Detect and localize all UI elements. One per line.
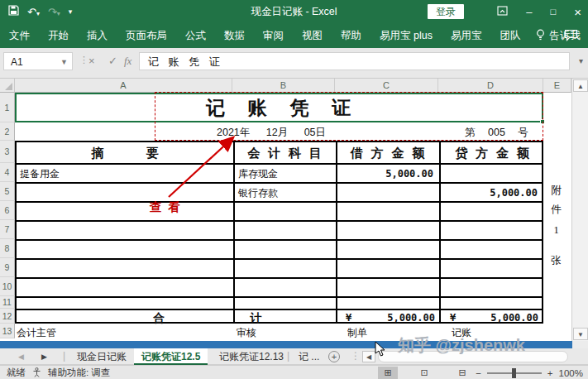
zoom-slider[interactable] [487,372,542,374]
worksheet: A B C D E 1 2 3 4 5 6 7 8 9 10 11 12 13 … [0,79,588,341]
close-button[interactable]: × [574,5,581,19]
cancel-entry-icon[interactable]: × [88,52,95,70]
cell-account-1[interactable]: 库存现金 [238,166,278,183]
table-border [17,220,542,222]
total-debit-cell[interactable]: ¥ 5,000.00 [346,309,435,327]
formula-bar: A1 ▼ ⋮ × ✓ fx 记 账 凭 证 ▾ [0,48,588,79]
total-label[interactable]: 合 计 [153,309,262,327]
table-border [17,277,542,279]
attachment-char-3: 张 [543,254,569,268]
sheet-nav-next-icon[interactable]: ▶ [41,353,47,361]
sheet-tab-voucher-12-13[interactable]: 记账凭证12.13 [212,348,291,365]
vertical-scrollbar[interactable]: ▲ ▼ [571,79,588,341]
tab-home[interactable]: 开始 [39,23,78,48]
insert-function-icon[interactable]: fx [124,52,131,70]
cell-summary-1[interactable]: 提备用金 [20,166,60,183]
row-header-12[interactable]: 12 [0,309,15,324]
column-header-a[interactable]: A [15,79,232,93]
signature-manager[interactable]: 会计主管 [17,326,56,340]
tab-view[interactable]: 视图 [293,23,332,48]
name-box[interactable]: A1 ▼ [3,52,73,70]
sheet-tab-voucher-12-5[interactable]: 记账凭证12.5 [134,348,208,365]
accessibility-status[interactable]: 辅助功能: 调查 [48,367,110,379]
signature-reviewer[interactable]: 审核 [237,326,256,340]
row-header-7[interactable]: 7 [0,220,15,239]
row-header-13[interactable]: 13 [0,324,15,338]
comments-icon[interactable] [564,29,578,44]
name-box-dropdown-icon[interactable]: ▼ [60,53,68,71]
tab-separator: | [63,350,65,362]
tab-review[interactable]: 审阅 [254,23,293,48]
confirm-entry-icon[interactable]: ✓ [108,52,117,70]
row-header-3[interactable]: 3 [0,141,15,163]
currency-symbol: ¥ [450,309,456,327]
signature-preparer[interactable]: 制单 [347,326,367,340]
table-border [439,142,441,322]
header-credit[interactable]: 贷 方 金 额 [439,142,545,165]
row-header-6[interactable]: 6 [0,201,15,220]
tab-formulas[interactable]: 公式 [176,23,215,48]
zoom-level[interactable]: 100% [559,368,583,378]
cell-debit-1[interactable]: 5,000.00 [336,166,433,183]
header-debit[interactable]: 借 方 金 额 [336,142,439,165]
row-header-11[interactable]: 11 [0,296,15,309]
tab-yiyongbao-plus[interactable]: 易用宝 plus [370,23,442,48]
tab-team[interactable]: 团队 [490,23,529,48]
tab-insert[interactable]: 插入 [78,23,117,48]
mouse-cursor [374,341,389,357]
column-header-d[interactable]: D [438,79,543,93]
page-layout-view-icon[interactable]: ⊡ [414,367,434,379]
sheet-tab-truncated[interactable]: 记 ... [291,348,327,365]
total-credit-cell[interactable]: ¥ 5,000.00 [450,309,538,327]
tab-data[interactable]: 数据 [215,23,254,48]
total-credit-value: 5,000.00 [490,309,538,327]
total-debit-value: 5,000.00 [387,309,435,327]
tab-yiyongbao[interactable]: 易用宝 [442,23,491,48]
row-header-8[interactable]: 8 [0,239,15,258]
row-header-9[interactable]: 9 [0,258,15,277]
zoom-in-icon[interactable]: + [547,368,553,378]
lightbulb-icon [536,29,545,43]
formula-input[interactable]: 记 账 凭 证 [139,52,570,70]
table-border [233,142,235,322]
column-header-c[interactable]: C [335,79,438,93]
cell-account-2[interactable]: 银行存款 [238,185,278,202]
table-border [17,296,542,298]
tab-page-layout[interactable]: 页面布局 [117,23,176,48]
column-header-e[interactable]: E [543,79,571,93]
expand-formula-bar-icon[interactable]: ▾ [579,56,583,65]
maximize-button[interactable]: □ [551,7,557,17]
row-header-2[interactable]: 2 [0,122,15,141]
attachment-char-2: 件 [543,203,569,217]
tell-me-box[interactable]: 告诉我 [529,29,587,43]
header-summary[interactable]: 摘 要 [17,142,233,165]
accessibility-icon [32,367,41,379]
sign-in-button[interactable]: 登录 [428,4,464,19]
sheet-tab-cash-journal[interactable]: 现金日记账 [69,348,134,365]
tab-help[interactable]: 帮助 [332,23,370,48]
row-header-4[interactable]: 4 [0,163,15,182]
zoom-out-icon[interactable]: − [476,368,481,378]
select-all-corner[interactable] [0,79,15,93]
zoom-slider-thumb[interactable] [512,368,516,378]
sheet-nav-prev-icon[interactable]: ◀ [18,353,24,361]
ribbon-display-options-icon[interactable] [497,6,508,18]
status-bar: 就绪 辅助功能: 调查 ⊞ ⊡ ⊟ − + 100% [0,365,588,379]
currency-symbol: ¥ [346,309,351,327]
scroll-up-icon[interactable]: ▲ [573,79,588,92]
page-break-view-icon[interactable]: ⊟ [452,367,472,379]
row-header-1[interactable]: 1 [0,93,15,122]
attachment-char-1: 附 [543,184,569,198]
row-header-10[interactable]: 10 [0,277,15,296]
column-header-b[interactable]: B [232,79,335,93]
new-sheet-icon[interactable]: + [328,351,340,362]
tab-separator: ⋮ [351,350,361,362]
cell-credit-2[interactable]: 5,000.00 [439,185,538,202]
voucher-table: 摘 要 会 计 科 目 借 方 金 额 贷 方 金 额 提备用金 库存现金 5,… [15,141,543,324]
header-account[interactable]: 会 计 科 目 [233,142,336,165]
row-header-5[interactable]: 5 [0,182,15,201]
minimize-button[interactable]: – [526,6,532,18]
attachment-count: 1 [543,224,569,237]
tab-file[interactable]: 文件 [0,23,39,48]
normal-view-icon[interactable]: ⊞ [378,367,398,379]
